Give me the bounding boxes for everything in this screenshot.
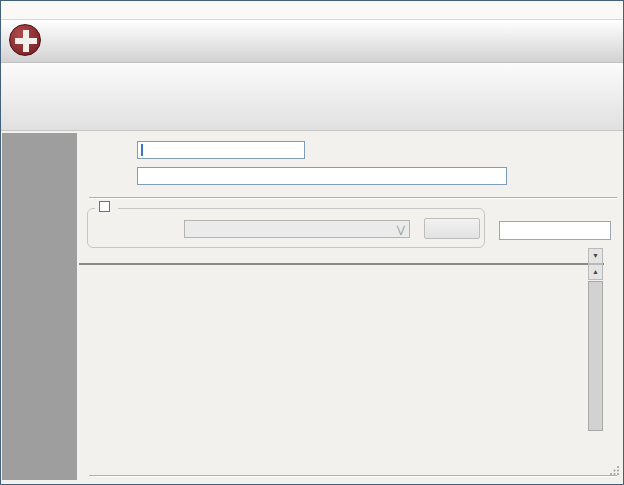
title-band <box>1 20 623 63</box>
app-window: ⋁ ▲ ▼ <box>0 0 624 485</box>
search-grid-input[interactable] <box>499 221 611 240</box>
define-button[interactable] <box>424 218 480 239</box>
divider <box>89 197 617 199</box>
divider <box>89 475 617 477</box>
name-input[interactable] <box>137 141 305 159</box>
menu-bar <box>1 1 623 20</box>
left-sidebar <box>2 133 77 480</box>
pvx-plus-logo <box>9 24 47 56</box>
record-format-groupbox: ⋁ <box>87 208 485 248</box>
description-input[interactable] <box>137 167 507 185</box>
resize-grip[interactable] <box>609 462 620 480</box>
non-normalized-checkbox[interactable] <box>99 201 110 212</box>
record-format-select[interactable]: ⋁ <box>184 220 410 238</box>
logo-globe-icon <box>9 24 41 56</box>
name-input-selected-text <box>141 144 143 156</box>
scroll-down-button[interactable]: ▼ <box>588 248 603 264</box>
main-toolbar <box>1 63 623 131</box>
scrollbar-thumb[interactable] <box>588 281 603 431</box>
chevron-down-icon: ⋁ <box>397 224 405 235</box>
data-elements-grid: ▲ ▼ <box>79 263 604 265</box>
scroll-up-button[interactable]: ▲ <box>588 264 603 280</box>
